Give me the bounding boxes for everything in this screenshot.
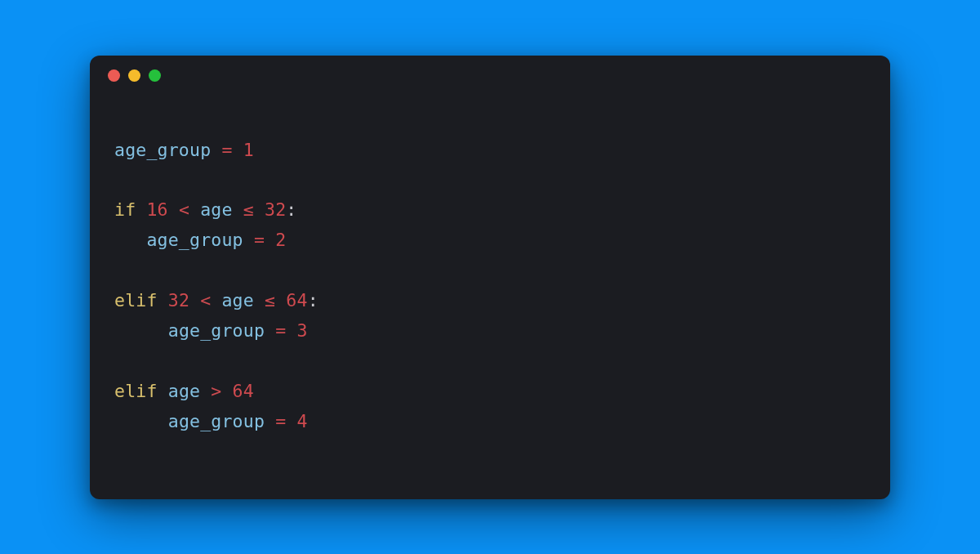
code-line: if 16 < age ≤ 32: [114,195,866,226]
code-token: : [308,290,318,311]
code-token: 3 [296,320,307,341]
code-line: age_group = 2 [114,226,866,256]
close-icon[interactable] [108,69,120,82]
code-token: 32 [265,199,286,220]
code-token: elif [114,381,158,401]
code-token [158,290,168,311]
code-token: 1 [243,140,254,160]
code-token [114,411,168,431]
code-token [114,320,168,341]
code-token: age_group [168,320,265,341]
code-line: age_group = 1 [114,136,866,166]
code-token [158,381,168,401]
code-line [114,256,866,286]
code-editor-window: age_group = 1 if 16 < age ≤ 32: age_grou… [90,56,890,499]
code-token: ≤ [233,199,265,220]
code-line: elif age > 64 [114,377,866,407]
code-token: = [265,411,296,431]
code-token: if [114,199,136,220]
code-token: 64 [233,381,254,401]
code-token: 16 [146,199,167,220]
code-line [114,165,866,195]
code-token: elif [114,290,158,311]
code-token: 4 [296,411,307,431]
maximize-icon[interactable] [149,69,161,82]
code-line: age_group = 3 [114,316,866,346]
code-token: > [200,381,232,401]
code-token: 64 [286,290,307,311]
code-token: age_group [168,411,265,431]
code-token: age [200,199,232,220]
code-area: age_group = 1 if 16 < age ≤ 32: age_grou… [90,96,890,454]
code-line: age_group = 4 [114,407,866,437]
code-token: : [286,199,296,220]
code-token: < [168,199,200,220]
code-token: 32 [168,290,189,311]
code-token: 2 [275,230,286,250]
code-line: elif 32 < age ≤ 64: [114,286,866,316]
code-token: < [189,290,221,311]
minimize-icon[interactable] [128,69,140,82]
code-token: age [168,381,200,401]
code-token: age [221,290,253,311]
code-token: = [265,320,296,341]
code-token: ≤ [254,290,286,311]
code-line [114,346,866,377]
code-token: = [243,230,275,250]
code-token [136,199,146,220]
titlebar [90,56,890,96]
code-token: age_group [114,140,211,160]
code-token: age_group [146,230,243,250]
code-token [114,230,146,250]
code-token: = [211,140,243,160]
